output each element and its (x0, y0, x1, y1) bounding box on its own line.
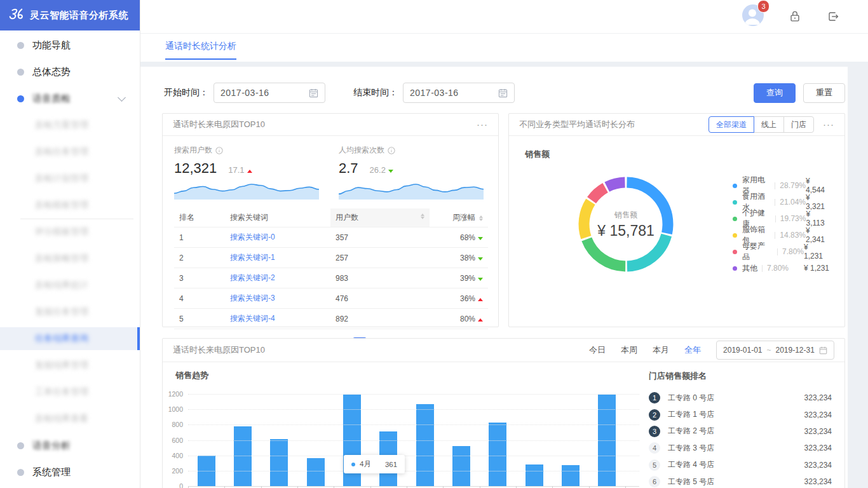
segment-门店[interactable]: 门店 (783, 116, 814, 133)
bar-10月[interactable] (526, 464, 543, 486)
keyword-link[interactable]: 搜索关键词-2 (230, 273, 275, 282)
sidebar-item-label: 功能导航 (32, 39, 71, 51)
start-date-value: 2017-03-16 (220, 88, 269, 98)
ranking-row: 2工专路 1 号店323,234 (649, 406, 832, 423)
sidebar-item-bottom-2[interactable]: 系统管理 (0, 461, 140, 484)
rank-badge: 5 (649, 459, 660, 471)
sales-donut-chart[interactable]: 销售额 ¥ 15,781 (574, 173, 677, 276)
column-header-4[interactable]: 周涨幅 (430, 208, 488, 227)
quick-range-本周[interactable]: 本周 (621, 344, 637, 356)
lock-button[interactable] (788, 10, 802, 24)
store-sales-value: 323,234 (804, 427, 832, 436)
donut-slice-食用酒水[interactable] (574, 173, 677, 276)
sidebar-subitem[interactable]: 质检模板管理 (0, 194, 140, 217)
ranking-row: 4工专路 3 号店323,234 (649, 440, 832, 456)
y-axis-label: 400 (168, 452, 183, 459)
bar-9月[interactable] (489, 423, 506, 486)
sidebar-subitem[interactable]: 评分模板管理 (0, 220, 140, 243)
y-axis-label: 1200 (168, 390, 183, 398)
legend-value: ¥ 3,113 (806, 210, 829, 227)
start-date-input[interactable]: 2017-03-16 (214, 83, 325, 103)
search-button[interactable]: 查询 (754, 83, 796, 103)
bar-11月[interactable] (562, 465, 580, 486)
quick-range-全年[interactable]: 全年 (684, 344, 701, 356)
info-icon[interactable] (388, 147, 395, 154)
legend-label: 母婴产品 (742, 241, 773, 262)
sidebar-subitem[interactable]: 质检策略管理 (0, 247, 140, 270)
bar-8月[interactable] (452, 446, 470, 486)
legend-dot-icon (733, 266, 737, 271)
left-card-menu-icon[interactable]: ··· (477, 121, 488, 128)
gridline (188, 394, 639, 395)
range-separator: ~ (766, 346, 771, 355)
store-name: 工专路 5 号店 (668, 477, 714, 487)
sidebar-item-1[interactable]: 功能导航 (0, 34, 140, 57)
sidebar-subitem[interactable]: 质检方案管理 (0, 114, 140, 137)
change-value: 68% (460, 233, 475, 242)
right-card-title: 不同业务类型平均通话时长分布 (519, 119, 635, 130)
legend-dot-icon (733, 217, 737, 221)
gridline (188, 424, 639, 425)
bar-4月[interactable] (307, 458, 325, 486)
info-icon[interactable] (215, 147, 223, 154)
segment-线上[interactable]: 线上 (754, 116, 784, 133)
keyword-link[interactable]: 搜索关键词-0 (230, 233, 275, 241)
trend-down-icon (478, 237, 483, 240)
column-header-2: 搜索关键词 (225, 208, 330, 227)
sidebar-subitem[interactable]: 复核任务管理 (0, 301, 140, 323)
bar-2月[interactable] (234, 426, 252, 486)
cell-keyword: 搜索关键词-2 (225, 268, 330, 288)
quick-range-本月[interactable]: 本月 (653, 344, 669, 356)
sidebar-item-bottom-1[interactable]: 语音分析 (0, 434, 140, 457)
sidebar-item-2[interactable]: 总体态势 (0, 60, 140, 83)
sidebar-subitem[interactable]: 质检任务管理 (0, 140, 140, 163)
cell-keyword: 搜索关键词-0 (225, 227, 330, 248)
sidebar-subitem-selected[interactable]: 任务结果查询 (0, 327, 140, 350)
end-date-input[interactable]: 2017-03-16 (403, 83, 515, 103)
ranking-row: 1工专路 0 号店323,234 (649, 390, 832, 406)
donut-slice-母婴产品[interactable] (574, 173, 677, 276)
column-header-3[interactable]: 用户数 (330, 208, 430, 227)
right-card-menu-icon[interactable]: ··· (823, 121, 834, 128)
notification-badge: 3 (757, 0, 770, 13)
sidebar-subitem-label: 评分模板管理 (35, 226, 88, 238)
ranking-row: 5工专路 4 号店323,234 (649, 457, 832, 473)
legend-item: 其他7.80%¥ 1,231 (733, 260, 829, 276)
keyword-link[interactable]: 搜索关键词-4 (230, 314, 275, 323)
sort-caret-icon[interactable] (421, 214, 424, 219)
segment-全部渠道[interactable]: 全部渠道 (709, 116, 754, 133)
legend-value: ¥ 2,341 (806, 226, 829, 244)
legend-dot-icon (733, 233, 737, 238)
y-axis-label: 200 (168, 467, 183, 475)
legend-dot-icon (733, 250, 737, 254)
bar-7月[interactable] (416, 404, 434, 486)
legend-percent: 7.80% (782, 247, 804, 256)
logout-button[interactable] (826, 10, 840, 24)
donut-slice-服饰箱包[interactable] (574, 173, 677, 276)
reset-button[interactable]: 重置 (803, 83, 845, 103)
stat-search-users-value: 12,321 (174, 160, 217, 177)
sidebar-subitem[interactable]: 质检计划管理 (0, 167, 140, 190)
date-range-input[interactable]: 2019-01-01 ~ 2019-12-31 (716, 341, 834, 360)
bar-3月[interactable] (270, 439, 288, 486)
sales-trend-bar-chart[interactable]: 4月 361 120010008006004002000 (168, 378, 651, 488)
tab-call-duration-stats[interactable]: 通话时长统计分析 (165, 41, 236, 60)
legend-dot-icon (733, 200, 737, 205)
legend-percent: 7.80% (767, 264, 789, 273)
keyword-link[interactable]: 搜索关键词-1 (230, 253, 275, 262)
sidebar-subitem[interactable]: 复核结果管理 (0, 354, 140, 377)
keyword-link[interactable]: 搜索关键词-3 (230, 294, 275, 302)
sidebar-subitem[interactable]: 质检结果查看 (0, 407, 140, 430)
sidebar-subitem[interactable]: 质检结果统计 (0, 274, 140, 297)
quick-range-今日[interactable]: 今日 (589, 344, 606, 356)
user-avatar[interactable]: 3 (742, 4, 764, 29)
donut-slice-其他[interactable] (574, 173, 677, 276)
sidebar-item-3[interactable]: 语音质检 (0, 87, 140, 110)
sidebar-divider (20, 219, 133, 219)
bottom-card-header: 通话时长来电原因TOP10 今日本周本月全年 2019-01-01 ~ 2019… (163, 339, 844, 362)
sidebar-subitem[interactable]: 工单任务管理 (0, 381, 140, 403)
gridline (188, 471, 639, 471)
gridline (188, 456, 639, 456)
legend-percent: 21.04% (780, 198, 806, 207)
sort-caret-icon[interactable] (479, 215, 483, 221)
